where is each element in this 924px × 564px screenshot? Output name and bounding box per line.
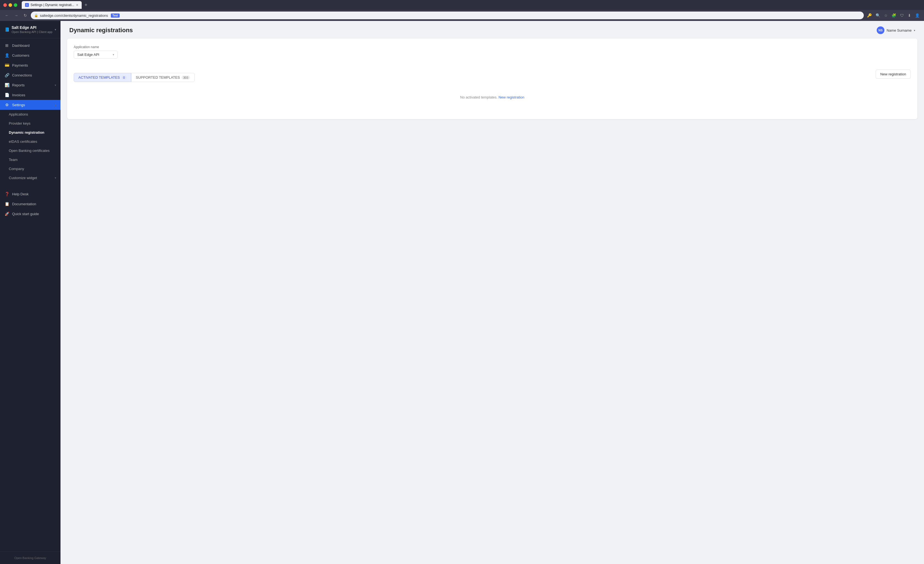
user-info[interactable]: NS Name Surname ▾	[877, 26, 915, 34]
brand-subtitle: Open Banking API | Client app	[12, 30, 52, 33]
application-select-value: Salt Edge API	[77, 53, 99, 57]
brand-arrow: ▾	[55, 28, 56, 31]
sidebar-item-payments[interactable]: 💳 Payments	[0, 60, 60, 70]
refresh-button[interactable]: ↻	[22, 12, 28, 19]
sidebar-sub-label: Provider keys	[9, 121, 30, 125]
extensions-icon[interactable]: 🧩	[891, 12, 897, 19]
tab-favicon: S	[25, 3, 29, 7]
minimize-button[interactable]	[9, 3, 12, 7]
select-arrow-icon: ▾	[113, 53, 114, 56]
sidebar-item-label: Dashboard	[12, 44, 30, 48]
nav-actions: 🔑 🔍 ☆ 🧩 🛡 ⬇ 👤	[866, 12, 921, 19]
sidebar-sub-label: Team	[9, 158, 18, 162]
sidebar: 📘 Salt Edge API Open Banking API | Clien…	[0, 21, 60, 564]
customize-widget-arrow: ▾	[55, 176, 56, 179]
connections-icon: 🔗	[4, 73, 9, 78]
application-name-field: Application name Salt Edge API ▾	[74, 45, 911, 59]
reports-icon: 📊	[4, 83, 9, 87]
sidebar-item-company[interactable]: Company	[0, 164, 60, 173]
sidebar-item-customize-widget[interactable]: Customize widget ▾	[0, 173, 60, 182]
traffic-lights	[3, 3, 17, 7]
sidebar-item-label: Quick start guide	[12, 212, 39, 216]
sidebar-item-customers[interactable]: 👤 Customers	[0, 50, 60, 60]
brand-name: Salt Edge API	[12, 25, 52, 30]
tabs-toolbar: ACTIVATED TEMPLATES 0 SUPPORTED TEMPLATE…	[74, 66, 911, 82]
quick-start-icon: 🚀	[4, 211, 9, 216]
sidebar-item-reports[interactable]: 📊 Reports ▾	[0, 80, 60, 90]
sidebar-item-invoices[interactable]: 📄 Invoices	[0, 90, 60, 100]
reports-arrow: ▾	[55, 84, 56, 87]
tab-supported-templates[interactable]: SUPPORTED TEMPLATES 303	[131, 73, 195, 82]
empty-state-text: No activated templates.	[460, 95, 498, 99]
brand-icon: 📘	[4, 27, 9, 32]
sidebar-item-documentation[interactable]: 📋 Documentation	[0, 199, 60, 209]
empty-state: No activated templates. New registration	[74, 82, 911, 113]
sidebar-brand[interactable]: 📘 Salt Edge API Open Banking API | Clien…	[4, 25, 56, 33]
shield-icon[interactable]: 🛡	[899, 12, 905, 19]
sidebar-item-provider-keys[interactable]: Provider keys	[0, 119, 60, 128]
address-bar[interactable]: 🔒 saltedge.com/clients/dynamic_registrat…	[31, 12, 864, 19]
sidebar-item-label: Settings	[12, 103, 25, 107]
user-name: Name Surname	[886, 29, 912, 33]
dashboard-icon: ⊞	[4, 43, 9, 48]
fullscreen-button[interactable]	[14, 3, 17, 7]
forward-button[interactable]: →	[13, 12, 20, 19]
new-registration-button[interactable]: New registration	[876, 69, 911, 79]
sidebar-header: 📘 Salt Edge API Open Banking API | Clien…	[0, 21, 60, 38]
active-tab[interactable]: S Settings | Dynamic registrati... ✕	[22, 1, 82, 9]
app-body: 📘 Salt Edge API Open Banking API | Clien…	[0, 21, 924, 564]
browser-chrome: S Settings | Dynamic registrati... ✕ +	[0, 0, 924, 10]
documentation-icon: 📋	[4, 202, 9, 206]
tab-activated-templates[interactable]: ACTIVATED TEMPLATES 0	[74, 73, 131, 82]
sidebar-item-connections[interactable]: 🔗 Connections	[0, 70, 60, 80]
download-icon[interactable]: ⬇	[907, 12, 912, 19]
sidebar-sub-label: Open Banking certificates	[9, 149, 50, 153]
sidebar-sub-label: eIDAS certificates	[9, 140, 37, 144]
sidebar-item-team[interactable]: Team	[0, 155, 60, 164]
sidebar-item-label: Reports	[12, 83, 25, 87]
main-header: Dynamic registrations NS Name Surname ▾	[60, 21, 924, 39]
sidebar-item-help-desk[interactable]: ❓ Help Desk	[0, 189, 60, 199]
content-card: Application name Salt Edge API ▾ ACTIVAT…	[67, 39, 917, 119]
customers-icon: 👤	[4, 53, 9, 58]
page-title: Dynamic registrations	[69, 27, 133, 34]
sidebar-item-dynamic-registration[interactable]: Dynamic registration	[0, 128, 60, 137]
application-select[interactable]: Salt Edge API ▾	[74, 51, 118, 59]
sidebar-item-settings[interactable]: ⚙ Settings ▴	[0, 100, 60, 110]
bookmark-icon[interactable]: ☆	[883, 12, 889, 19]
settings-icon: ⚙	[4, 102, 9, 107]
activated-templates-label: ACTIVATED TEMPLATES	[78, 75, 120, 80]
empty-state-new-registration-link[interactable]: New registration	[499, 95, 524, 99]
sidebar-item-eidas-certificates[interactable]: eIDAS certificates	[0, 137, 60, 146]
sidebar-footer: Open Banking Gateway	[0, 552, 60, 564]
close-button[interactable]	[3, 3, 7, 7]
sidebar-item-label: Customers	[12, 53, 29, 57]
sidebar-item-quick-start-guide[interactable]: 🚀 Quick start guide	[0, 209, 60, 219]
application-name-label: Application name	[74, 45, 911, 49]
settings-arrow: ▴	[55, 104, 56, 107]
sidebar-item-label: Payments	[12, 63, 28, 68]
payments-icon: 💳	[4, 63, 9, 68]
tab-bar: S Settings | Dynamic registrati... ✕ +	[22, 1, 921, 9]
avatar: NS	[877, 26, 884, 34]
sidebar-item-open-banking-certificates[interactable]: Open Banking certificates	[0, 146, 60, 155]
invoices-icon: 📄	[4, 92, 9, 98]
supported-templates-count: 303	[182, 76, 190, 80]
new-tab-button[interactable]: +	[83, 2, 89, 8]
tab-title: Settings | Dynamic registrati...	[30, 3, 74, 7]
address-text: saltedge.com/clients/dynamic_registratio…	[40, 14, 108, 18]
search-icon[interactable]: 🔍	[874, 12, 881, 19]
sidebar-item-label: Help Desk	[12, 192, 28, 196]
browser-nav: ← → ↻ 🔒 saltedge.com/clients/dynamic_reg…	[0, 10, 924, 21]
profile-icon[interactable]: 👤	[914, 12, 921, 19]
activated-templates-count: 0	[122, 76, 126, 80]
keys-icon[interactable]: 🔑	[866, 12, 873, 19]
sidebar-item-label: Documentation	[12, 202, 36, 206]
sidebar-sub-label: Dynamic registration	[9, 131, 44, 135]
back-button[interactable]: ←	[3, 12, 10, 19]
sidebar-item-dashboard[interactable]: ⊞ Dashboard	[0, 41, 60, 50]
sidebar-nav: ⊞ Dashboard 👤 Customers 💳 Payments 🔗 Con…	[0, 38, 60, 552]
sidebar-footer-text: Open Banking Gateway	[0, 554, 60, 562]
sidebar-item-applications[interactable]: Applications	[0, 110, 60, 119]
tab-close-icon[interactable]: ✕	[76, 3, 78, 7]
